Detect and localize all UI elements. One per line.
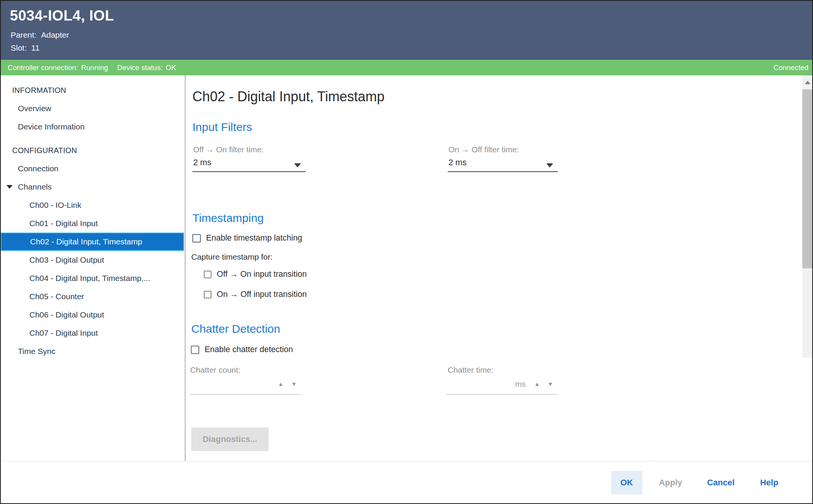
- on-off-filter-time-label: On → Off filter time:: [448, 145, 519, 154]
- sidebar-item-ch06-digital-output[interactable]: Ch06 - Digital Output: [1, 306, 184, 324]
- sidebar-item-ch05-counter[interactable]: Ch05 - Counter: [1, 287, 184, 306]
- sidebar-item-ch07-digital-input[interactable]: Ch07 - Digital Input: [1, 324, 184, 342]
- sidebar-item-label: Ch05 - Counter: [29, 292, 84, 301]
- channel-page-title: Ch02 - Digital Input, Timestamp: [192, 89, 384, 105]
- sidebar-item-label: Device Information: [18, 122, 85, 131]
- controller-connection-value: Running: [81, 64, 108, 72]
- category-sidebar: INFORMATIONOverviewDevice InformationCON…: [1, 75, 184, 357]
- sidebar-item-label: Ch01 - Digital Input: [29, 219, 98, 228]
- sidebar-item-label: Ch03 - Digital Output: [29, 255, 104, 265]
- sidebar-item-connection[interactable]: Connection: [1, 159, 184, 178]
- sidebar-item-ch03-digital-output[interactable]: Ch03 - Digital Output: [1, 251, 184, 269]
- chatter-count-spinner: ▲ ▼: [190, 379, 301, 395]
- sidebar-item-device-information[interactable]: Device Information: [1, 118, 184, 136]
- spin-up-icon[interactable]: ▲: [534, 380, 540, 388]
- window-header: 5034-IOL4, IOL Parent: Adapter Slot: 11: [1, 1, 812, 60]
- scroll-up-icon[interactable]: [805, 81, 810, 84]
- off-on-transition-label: Off → On input transition: [217, 270, 307, 279]
- chatter-time-unit: ms: [515, 380, 526, 388]
- sidebar-section-information: INFORMATIONOverviewDevice Information: [1, 81, 184, 136]
- slot-label: Slot:: [11, 43, 27, 53]
- sidebar-item-label: Ch02 - Digital Input, Timestamp: [30, 237, 142, 246]
- sidebar-item-time-sync[interactable]: Time Sync: [1, 342, 184, 357]
- enable-chatter-detection-row: Enable chatter detection: [191, 345, 293, 354]
- enable-chatter-detection-label: Enable chatter detection: [205, 345, 293, 354]
- spin-down-icon[interactable]: ▼: [547, 380, 553, 388]
- sidebar-item-label: Overview: [18, 104, 51, 113]
- chatter-count-label: Chatter count:: [190, 365, 240, 375]
- apply-button[interactable]: Apply: [653, 471, 688, 494]
- footer-divider: [1, 461, 812, 461]
- sidebar-item-ch00-io-link[interactable]: Ch00 - IO-Link: [1, 196, 184, 214]
- on-off-transition-label: On → Off input transition: [217, 290, 307, 299]
- chatter-time-spinner: ms ▲ ▼: [447, 379, 557, 395]
- on-off-transition-row: On → Off input transition: [204, 290, 307, 299]
- controller-connection-label: Controller connection:: [8, 64, 78, 72]
- scrollbar-thumb[interactable]: [802, 89, 813, 268]
- on-off-transition-checkbox[interactable]: [204, 291, 211, 298]
- sidebar-section-header: INFORMATION: [1, 81, 184, 99]
- chevron-down-icon: [546, 163, 553, 167]
- section-input-filters: Input Filters: [192, 121, 252, 134]
- sidebar-item-channels[interactable]: Channels: [1, 178, 184, 196]
- capture-timestamp-for-label: Capture timestamp for:: [191, 252, 273, 262]
- help-button[interactable]: Help: [753, 471, 785, 494]
- sidebar-divider: [185, 75, 186, 461]
- enable-chatter-detection-checkbox[interactable]: [191, 346, 199, 354]
- sidebar-section-configuration: CONFIGURATIONConnectionChannelsCh00 - IO…: [1, 141, 184, 357]
- sidebar-item-label: Connection: [18, 164, 58, 173]
- ok-button[interactable]: OK: [611, 471, 642, 494]
- enable-timestamp-latching-label: Enable timestamp latching: [206, 233, 302, 243]
- sidebar-item-label: Time Sync: [18, 347, 55, 356]
- page-title: 5034-IOL4, IOL: [10, 8, 114, 24]
- diagnostics-button[interactable]: Diagnostics...: [191, 427, 269, 451]
- spin-up-icon[interactable]: ▲: [278, 380, 283, 388]
- chevron-down-icon: [294, 163, 301, 167]
- off-on-filter-time-dropdown[interactable]: 2 ms: [192, 157, 306, 172]
- slot-value: 11: [31, 43, 40, 53]
- off-on-transition-checkbox[interactable]: [204, 271, 211, 278]
- off-on-filter-time-value: 2 ms: [193, 158, 211, 167]
- device-status-label: Device status:: [117, 64, 163, 72]
- device-status-value: OK: [166, 64, 176, 72]
- expander-triangle-icon[interactable]: [6, 185, 13, 189]
- enable-timestamp-latching-checkbox[interactable]: [192, 234, 201, 242]
- enable-timestamp-latching-row: Enable timestamp latching: [192, 233, 302, 243]
- off-on-filter-time-label: Off → On filter time:: [193, 145, 264, 154]
- chatter-time-label: Chatter time:: [448, 365, 493, 375]
- device-properties-window: 5034-IOL4, IOL Parent: Adapter Slot: 11 …: [0, 0, 813, 504]
- vertical-scrollbar[interactable]: [802, 75, 813, 358]
- status-bar: Controller connection: Running Device st…: [1, 60, 812, 75]
- sidebar-item-label: Ch07 - Digital Input: [29, 329, 98, 338]
- off-on-transition-row: Off → On input transition: [204, 270, 307, 279]
- sidebar-item-label: Channels: [18, 182, 52, 191]
- parent-label: Parent:: [11, 30, 37, 40]
- sidebar-item-ch04-digital-input-timestamp[interactable]: Ch04 - Digital Input, Timestamp,...: [1, 269, 184, 287]
- spin-down-icon[interactable]: ▼: [291, 380, 297, 388]
- section-timestamping: Timestamping: [192, 212, 264, 225]
- sidebar-item-label: Ch04 - Digital Input, Timestamp,...: [29, 274, 150, 283]
- sidebar-item-overview[interactable]: Overview: [1, 99, 184, 118]
- connection-status-badge: Connected: [773, 64, 808, 72]
- on-off-filter-time-value: 2 ms: [448, 158, 467, 167]
- sidebar-item-label: Ch00 - IO-Link: [29, 201, 82, 210]
- sidebar-item-ch02-digital-input-timestamp[interactable]: Ch02 - Digital Input, Timestamp: [1, 233, 184, 251]
- parent-value: Adapter: [41, 30, 69, 40]
- on-off-filter-time-dropdown[interactable]: 2 ms: [448, 157, 558, 172]
- section-chatter-detection: Chatter Detection: [191, 322, 280, 335]
- cancel-button[interactable]: Cancel: [702, 471, 740, 494]
- sidebar-section-header: CONFIGURATION: [1, 141, 184, 159]
- sidebar-item-label: Ch06 - Digital Output: [29, 310, 104, 319]
- sidebar-item-ch01-digital-input[interactable]: Ch01 - Digital Input: [1, 214, 184, 233]
